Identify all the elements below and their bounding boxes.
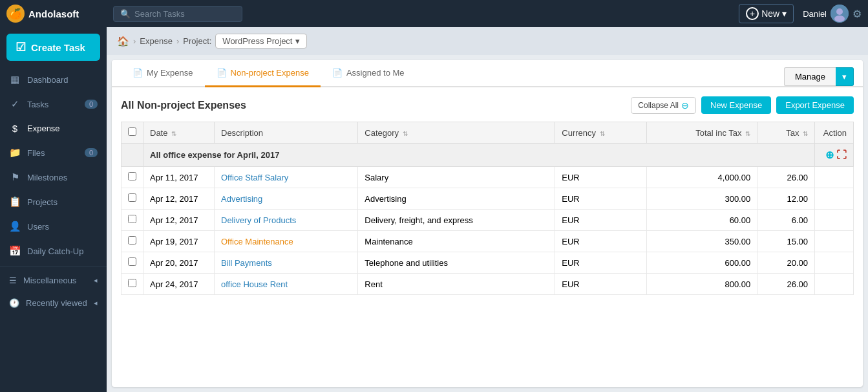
sidebar-item-users[interactable]: 👤 Users bbox=[0, 214, 107, 239]
sidebar-item-tasks[interactable]: ✓ Tasks 0 bbox=[0, 92, 107, 116]
tab-assigned-to-me[interactable]: 📄 Assigned to Me bbox=[321, 60, 416, 87]
breadcrumb-expense[interactable]: Expense bbox=[140, 36, 173, 46]
project-dropdown[interactable]: WordPress Project ▾ bbox=[215, 34, 306, 49]
row-checkbox[interactable] bbox=[128, 215, 136, 223]
sidebar-item-expense[interactable]: $ Expense bbox=[0, 116, 107, 140]
description-link[interactable]: Office Maintenance bbox=[221, 237, 293, 246]
row-date: Apr 24, 2017 bbox=[143, 274, 215, 295]
date-col-header[interactable]: Date ⇅ bbox=[143, 122, 215, 144]
sidebar-item-dashboard[interactable]: ▦ Dashboard bbox=[0, 67, 107, 92]
tab-label: Assigned to Me bbox=[346, 68, 405, 78]
collapse-all-button[interactable]: Collapse All ⊖ bbox=[631, 97, 696, 114]
sidebar-item-miscellaneous[interactable]: ☰ Miscellaneous ◂ bbox=[0, 269, 107, 292]
nav-right: + New ▾ Daniel ⚙ bbox=[739, 4, 862, 23]
sidebar-item-label: Daily Catch-Up bbox=[27, 246, 83, 256]
description-link[interactable]: office House Rent bbox=[221, 279, 288, 289]
row-date: Apr 19, 2017 bbox=[143, 231, 215, 252]
table-row: Apr 12, 2017 Delivery of Products Delive… bbox=[122, 210, 854, 231]
row-currency: EUR bbox=[555, 210, 646, 231]
category-col-header[interactable]: Category ⇅ bbox=[358, 122, 555, 144]
non-project-expense-icon: 📄 bbox=[217, 68, 227, 78]
tab-non-project-expense[interactable]: 📄 Non-project Expense bbox=[205, 60, 321, 87]
manage-button[interactable]: Manage bbox=[784, 67, 836, 86]
row-checkbox[interactable] bbox=[128, 236, 136, 245]
table-row: Apr 11, 2017 Office Staff Salary Salary … bbox=[122, 167, 854, 188]
row-action bbox=[815, 167, 854, 188]
sidebar-item-label: Expense bbox=[27, 124, 60, 133]
total-sort-icon: ⇅ bbox=[745, 130, 750, 137]
new-button[interactable]: + New ▾ bbox=[739, 4, 794, 23]
collapse-icon: ⊖ bbox=[681, 100, 689, 111]
misc-icon: ☰ bbox=[9, 276, 17, 285]
sidebar-item-daily-catchup[interactable]: 📅 Daily Catch-Up bbox=[0, 239, 107, 263]
select-all-col bbox=[122, 122, 143, 144]
row-checkbox[interactable] bbox=[128, 193, 136, 202]
manage-btn-area: Manage ▾ bbox=[784, 67, 854, 86]
table-row: Apr 20, 2017 Bill Payments Telephone and… bbox=[122, 252, 854, 274]
user-name: Daniel bbox=[803, 9, 827, 19]
row-tax: 6.00 bbox=[757, 210, 815, 231]
tab-my-expense[interactable]: 📄 My Expense bbox=[121, 60, 205, 87]
my-expense-icon: 📄 bbox=[132, 68, 143, 78]
row-category: Delivery, freight, and express bbox=[358, 210, 555, 231]
row-category: Salary bbox=[358, 167, 555, 188]
row-action bbox=[815, 210, 854, 231]
group-actions: ⊕ ⛶ bbox=[815, 144, 854, 167]
avatar bbox=[831, 5, 849, 23]
description-col-header[interactable]: Description bbox=[215, 122, 358, 144]
description-link[interactable]: Advertising bbox=[221, 194, 262, 204]
row-date: Apr 12, 2017 bbox=[143, 210, 215, 231]
currency-col-header[interactable]: Currency ⇅ bbox=[555, 122, 646, 144]
logo-icon: 🍊 bbox=[6, 5, 25, 23]
row-checkbox[interactable] bbox=[128, 257, 136, 266]
create-task-button[interactable]: ☑ Create Task bbox=[6, 34, 100, 61]
row-total: 4,000.00 bbox=[646, 167, 757, 188]
sidebar-item-label: Projects bbox=[27, 197, 58, 207]
sidebar-item-files[interactable]: 📁 Files 0 bbox=[0, 140, 107, 165]
select-all-checkbox[interactable] bbox=[128, 127, 136, 136]
sidebar-item-label: Milestones bbox=[27, 173, 67, 182]
search-input[interactable] bbox=[134, 9, 231, 19]
row-description: Bill Payments bbox=[215, 252, 358, 274]
search-bar[interactable]: 🔍 bbox=[113, 6, 242, 22]
group-download-icon[interactable]: ⊕ bbox=[825, 149, 834, 160]
main-layout: ☑ Create Task ▦ Dashboard ✓ Tasks 0 $ Ex… bbox=[0, 27, 868, 392]
new-expense-button[interactable]: New Expense bbox=[701, 96, 771, 114]
breadcrumb: 🏠 › Expense › Project: WordPress Project… bbox=[107, 27, 868, 55]
description-link[interactable]: Office Staff Salary bbox=[221, 173, 288, 182]
row-date: Apr 11, 2017 bbox=[143, 167, 215, 188]
dropdown-arrow-icon: ▾ bbox=[295, 36, 300, 46]
sidebar-item-projects[interactable]: 📋 Projects bbox=[0, 190, 107, 214]
row-checkbox-col bbox=[122, 167, 143, 188]
home-icon[interactable]: 🏠 bbox=[117, 36, 129, 47]
expense-table: Date ⇅ Description Category ⇅ Currency ⇅… bbox=[121, 122, 854, 295]
group-checkbox-col bbox=[122, 144, 143, 167]
daily-catchup-icon: 📅 bbox=[9, 245, 21, 257]
table-row: Apr 12, 2017 Advertising Advertising EUR… bbox=[122, 188, 854, 210]
description-link[interactable]: Delivery of Products bbox=[221, 215, 296, 225]
tax-col-header[interactable]: Tax ⇅ bbox=[757, 122, 815, 144]
row-action bbox=[815, 252, 854, 274]
sidebar-item-label: Tasks bbox=[27, 100, 48, 109]
chevron-down-icon: ▾ bbox=[782, 8, 787, 19]
gear-icon[interactable]: ⚙ bbox=[852, 8, 862, 20]
content-area: 🏠 › Expense › Project: WordPress Project… bbox=[107, 27, 868, 392]
total-inc-tax-col-header[interactable]: Total inc Tax ⇅ bbox=[646, 122, 757, 144]
export-expense-button[interactable]: Export Expense bbox=[776, 96, 854, 114]
row-date: Apr 20, 2017 bbox=[143, 252, 215, 274]
row-tax: 20.00 bbox=[757, 252, 815, 274]
group-pdf-icon[interactable]: ⛶ bbox=[836, 149, 847, 160]
action-col-header: Action bbox=[815, 122, 854, 144]
files-icon: 📁 bbox=[9, 147, 21, 158]
row-checkbox[interactable] bbox=[128, 279, 136, 287]
manage-dropdown-button[interactable]: ▾ bbox=[836, 67, 854, 86]
description-link[interactable]: Bill Payments bbox=[221, 258, 272, 268]
sidebar-item-recently-viewed[interactable]: 🕐 Recently viewed ◂ bbox=[0, 292, 107, 314]
plus-circle-icon: + bbox=[746, 7, 759, 20]
row-checkbox[interactable] bbox=[128, 172, 136, 180]
sidebar-divider bbox=[0, 266, 107, 267]
sidebar-item-label: Miscellaneous bbox=[23, 276, 76, 285]
row-action bbox=[815, 231, 854, 252]
sidebar-item-milestones[interactable]: ⚑ Milestones bbox=[0, 165, 107, 190]
tab-label: Non-project Expense bbox=[231, 68, 309, 78]
